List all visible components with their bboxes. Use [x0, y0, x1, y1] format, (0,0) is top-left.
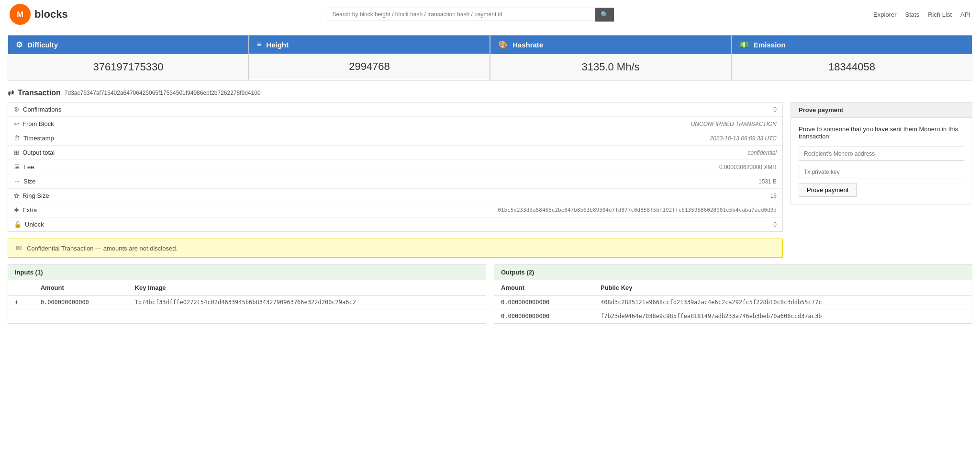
fee-label: 🏛 Fee — [14, 163, 81, 171]
output-pubkey-0: 408d3c2885121a9668ccfb21339a2ac4e6c2ca29… — [594, 296, 972, 309]
inputs-col-keyimage: Key Image — [128, 280, 486, 296]
from-block-label: ↩ From Block — [14, 120, 81, 127]
output-amount-0: 0.000000000000 — [494, 296, 594, 309]
stat-emission-header: 💵 Emission — [732, 35, 972, 54]
row-confirmations: ⚙ Confirmations 0 — [8, 103, 782, 117]
extra-label: ✱ Extra — [14, 206, 81, 214]
inputs-col-amount: Amount — [34, 280, 128, 296]
gear-icon: ⚙ — [16, 40, 22, 49]
logo: M blocks — [10, 4, 68, 25]
monero-logo-icon: M — [10, 4, 31, 25]
input-key-image: 1b74bcf33dfffe0272154c02d4633945b6b83432… — [128, 296, 486, 309]
row-ring-size: ✿ Ring Size 16 — [8, 189, 782, 203]
unlock-icon: 🔓 — [14, 221, 22, 228]
row-unlock: 🔓 Unlock 0 — [8, 217, 782, 231]
ring-size-icon: ✿ — [14, 192, 19, 199]
input-row: + 0.000000000000 1b74bcf33dfffe0272154c0… — [8, 296, 486, 309]
envelope-icon: ✉ — [16, 244, 22, 252]
size-value: 1531 B — [758, 178, 777, 185]
search-bar[interactable]: 🔍 — [327, 8, 614, 22]
header: M blocks 🔍 Explorer Stats Rich List API — [0, 0, 980, 29]
recipient-address-input[interactable] — [799, 147, 964, 161]
ring-size-value: 16 — [770, 193, 777, 199]
row-output-total: ⊞ Output total confidential — [8, 146, 782, 160]
timestamp-label: ⏱ Timestamp — [14, 135, 81, 142]
transaction-hash: 7d3ac76347af715402a64706425065f17534501f… — [65, 90, 261, 96]
search-icon: 🔍 — [601, 11, 609, 18]
ring-size-label: ✿ Ring Size — [14, 192, 81, 199]
row-fee: 🏛 Fee 0.000030620000 XMR — [8, 160, 782, 174]
svg-text:M: M — [17, 10, 23, 19]
fee-icon: 🏛 — [14, 163, 20, 171]
prove-tab[interactable]: Prove payment — [791, 103, 972, 118]
output-amount-1: 0.000000000000 — [494, 309, 594, 323]
inputs-col-empty — [8, 280, 34, 296]
prove-payment-button[interactable]: Prove payment — [799, 183, 857, 197]
stat-emission-value: 18344058 — [732, 54, 972, 80]
left-panel: ⚙ Confirmations 0 ↩ From Block UNCONFIRM… — [8, 102, 783, 264]
dollar-icon: 💵 — [739, 40, 749, 49]
row-extra: ✱ Extra 01bc5d233d3a58465c2be847b8b63b89… — [8, 203, 782, 217]
prove-payment-panel: Prove payment Prove to someone that you … — [791, 102, 972, 264]
input-amount: 0.000000000000 — [34, 296, 128, 309]
output-total-icon: ⊞ — [14, 149, 19, 156]
stat-height: ≡ Height 2994768 — [249, 35, 490, 80]
unlock-label: 🔓 Unlock — [14, 221, 81, 228]
stat-hashrate-value: 3135.0 Mh/s — [490, 54, 731, 80]
unlock-value: 0 — [773, 221, 777, 228]
stats-bar: ⚙ Difficulty 376197175330 ≡ Height 29947… — [8, 35, 972, 80]
output-row-1: 0.000000000000 f7b23de9464e7038e9c985ffe… — [494, 309, 972, 323]
size-icon: ↔ — [14, 178, 20, 185]
prove-panel: Prove payment Prove to someone that you … — [791, 102, 972, 205]
main-layout: ⚙ Confirmations 0 ↩ From Block UNCONFIRM… — [8, 102, 972, 264]
output-total-value: confidential — [747, 149, 777, 156]
nav-api[interactable]: API — [960, 11, 970, 18]
output-row-0: 0.000000000000 408d3c2885121a9668ccfb213… — [494, 296, 972, 309]
fee-value: 0.000030620000 XMR — [719, 164, 777, 171]
extra-icon: ✱ — [14, 206, 19, 214]
extra-value: 01bc5d233d3a58465c2be847b8b63b89304e7fd8… — [498, 207, 777, 213]
output-total-label: ⊞ Output total — [14, 149, 81, 156]
stat-hashrate-header: 🎨 Hashrate — [490, 35, 731, 54]
io-layout: Inputs (1) Amount Key Image + 0.00000000… — [8, 264, 972, 324]
stat-height-value: 2994768 — [249, 54, 490, 80]
nav-richlist[interactable]: Rich List — [928, 11, 952, 18]
row-from-block: ↩ From Block UNCONFIRMED TRANSACTION — [8, 117, 782, 131]
prove-description: Prove to someone that you have sent them… — [799, 126, 964, 140]
menu-icon: ≡ — [257, 40, 261, 49]
transaction-icon: ⇄ — [8, 88, 14, 97]
stat-difficulty-header: ⚙ Difficulty — [8, 35, 248, 54]
search-button[interactable]: 🔍 — [595, 8, 614, 22]
inputs-header: Inputs (1) — [8, 265, 486, 280]
confirmations-icon: ⚙ — [14, 106, 20, 113]
timestamp-value: 2023-10-13 06:09:33 UTC — [710, 135, 777, 142]
nav-stats[interactable]: Stats — [905, 11, 920, 18]
confidential-notice: ✉ Confidential Transaction — amounts are… — [8, 239, 783, 258]
transaction-details: ⚙ Confirmations 0 ↩ From Block UNCONFIRM… — [8, 102, 783, 232]
timestamp-icon: ⏱ — [14, 135, 20, 142]
outputs-col-pubkey: Public Key — [594, 280, 972, 296]
nav-links: Explorer Stats Rich List API — [873, 11, 970, 18]
transaction-title: ⇄ Transaction 7d3ac76347af715402a6470642… — [8, 88, 972, 97]
size-label: ↔ Size — [14, 178, 81, 185]
outputs-table: Outputs (2) Amount Public Key 0.00000000… — [494, 264, 972, 324]
output-pubkey-1: f7b23de9464e7038e9c985ffea8181497adb233a… — [594, 309, 972, 323]
confirmations-label: ⚙ Confirmations — [14, 106, 81, 113]
inputs-table: Inputs (1) Amount Key Image + 0.00000000… — [8, 264, 486, 324]
from-block-value: UNCONFIRMED TRANSACTION — [691, 121, 777, 127]
prove-content: Prove to someone that you have sent them… — [791, 118, 972, 205]
stat-difficulty-value: 376197175330 — [8, 54, 248, 80]
outputs-col-amount: Amount — [494, 280, 594, 296]
tx-private-key-input[interactable] — [799, 165, 964, 179]
stat-emission: 💵 Emission 18344058 — [731, 35, 972, 80]
row-size: ↔ Size 1531 B — [8, 174, 782, 189]
stat-hashrate: 🎨 Hashrate 3135.0 Mh/s — [490, 35, 731, 80]
nav-explorer[interactable]: Explorer — [873, 11, 896, 18]
transaction-section: ⇄ Transaction 7d3ac76347af715402a6470642… — [8, 88, 972, 97]
logo-text: blocks — [34, 8, 68, 21]
search-input[interactable] — [327, 8, 595, 21]
from-block-icon: ↩ — [14, 120, 19, 127]
outputs-header: Outputs (2) — [494, 265, 972, 280]
expand-icon[interactable]: + — [8, 296, 34, 309]
palette-icon: 🎨 — [498, 40, 508, 49]
